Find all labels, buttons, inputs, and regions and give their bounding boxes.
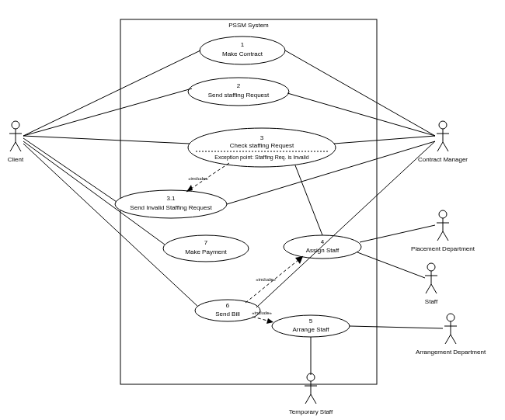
actor-contract-manager: Contract Manager [418, 121, 468, 163]
actor-arrangement-department: Arrangement Department [416, 314, 486, 356]
svg-point-20 [447, 314, 454, 321]
diagram-canvas: PSSM System Client Contract Manager Plac… [0, 0, 505, 420]
actor-staff-label: Staff [425, 298, 438, 305]
actor-client: Client [8, 121, 24, 163]
actor-client-label: Client [8, 156, 24, 163]
assoc-uc3-uc4 [295, 165, 322, 235]
usecase-send-staffing-request-num: 2 [237, 82, 241, 89]
usecase-check-staffing-request-exception: Exception point: Staffing Req. is Invali… [214, 154, 308, 161]
usecase-make-payment-name: Make Payment [185, 248, 227, 255]
usecase-arrange-staff-name: Arrange Staff [293, 326, 330, 333]
svg-point-0 [12, 121, 19, 129]
svg-line-23 [445, 335, 451, 344]
usecase-make-payment-num: 7 [204, 239, 208, 246]
actor-staff: Staff [425, 263, 438, 305]
svg-point-5 [439, 121, 447, 129]
actor-placement-department-label: Placement Department [411, 245, 475, 252]
include-uc3-uc3-1: «include» [186, 163, 229, 192]
assoc-cm-uc1 [285, 50, 435, 136]
svg-line-29 [311, 394, 316, 404]
usecase-make-contract: 1 Make Contract [200, 36, 285, 64]
svg-line-3 [10, 142, 16, 151]
assoc-client-uc3-1 [23, 138, 117, 202]
svg-point-10 [439, 210, 447, 218]
actor-placement-department: Placement Department [411, 210, 475, 252]
svg-marker-40 [186, 185, 193, 192]
assoc-client-uc3 [23, 136, 190, 144]
usecase-make-payment: 7 Make Payment [163, 235, 249, 262]
svg-line-18 [426, 284, 431, 293]
svg-line-19 [431, 284, 437, 293]
actor-temporary-staff: Temporary Staff [289, 373, 333, 415]
actor-arrangement-department-label: Arrangement Department [416, 349, 486, 356]
usecase-send-bill-name: Send Bill [215, 311, 240, 318]
actor-temporary-staff-label: Temporary Staff [289, 408, 333, 415]
include-uc6-uc5: «include» [252, 311, 273, 324]
svg-line-24 [451, 335, 456, 344]
include-uc6-uc4-label: «include» [256, 277, 276, 282]
usecase-check-staffing-request-num: 3 [260, 134, 264, 141]
assoc-cm-uc3 [334, 136, 435, 144]
assoc-cm-uc2 [287, 93, 435, 136]
usecase-check-staffing-request: 3 Check staffing Request Exception point… [188, 128, 336, 167]
assoc-arrangement-uc5 [350, 326, 443, 328]
include-uc6-uc5-label: «include» [252, 311, 272, 315]
include-uc6-uc4: «include» [246, 256, 303, 303]
svg-line-4 [16, 142, 21, 151]
usecase-make-contract-num: 1 [241, 41, 245, 48]
svg-line-28 [305, 394, 311, 404]
actor-contract-manager-label: Contract Manager [418, 156, 468, 163]
usecase-arrange-staff: 5 Arrange Staff [272, 315, 350, 337]
svg-line-9 [443, 142, 448, 151]
usecase-arrange-staff-num: 5 [309, 318, 313, 325]
usecase-send-staffing-request-name: Send staffing Request [208, 92, 270, 99]
svg-line-13 [437, 231, 443, 241]
usecase-make-contract-name: Make Contract [222, 50, 263, 57]
assoc-client-uc1 [23, 50, 200, 136]
svg-line-14 [443, 231, 448, 241]
usecase-send-bill-num: 6 [226, 302, 230, 309]
usecase-send-staffing-request: 2 Send staffing Request [188, 78, 289, 106]
usecase-send-invalid-staffing-request: 3.1 Send Invalid Staffing Request [115, 190, 227, 218]
usecase-send-invalid-staffing-request-name: Send Invalid Staffing Request [130, 204, 212, 211]
usecase-assign-staff: 4 Assign Staff [284, 235, 361, 259]
usecase-diagram-svg: PSSM System Client Contract Manager Plac… [0, 0, 505, 420]
svg-point-15 [427, 263, 435, 271]
svg-marker-42 [295, 256, 303, 264]
usecase-assign-staff-name: Assign Staff [306, 247, 340, 254]
assoc-staff-uc4 [357, 252, 425, 278]
usecase-send-bill: 6 Send Bill [195, 300, 260, 321]
usecase-send-invalid-staffing-request-num: 3.1 [166, 195, 176, 202]
assoc-placement-uc4 [360, 225, 435, 242]
system-boundary-title: PSSM System [228, 22, 269, 29]
assoc-client-uc6 [23, 144, 198, 307]
svg-line-8 [437, 142, 443, 151]
include-uc3-uc3-1-label: «include» [188, 176, 208, 181]
usecase-check-staffing-request-name: Check staffing Request [230, 142, 294, 149]
svg-marker-44 [266, 318, 273, 324]
